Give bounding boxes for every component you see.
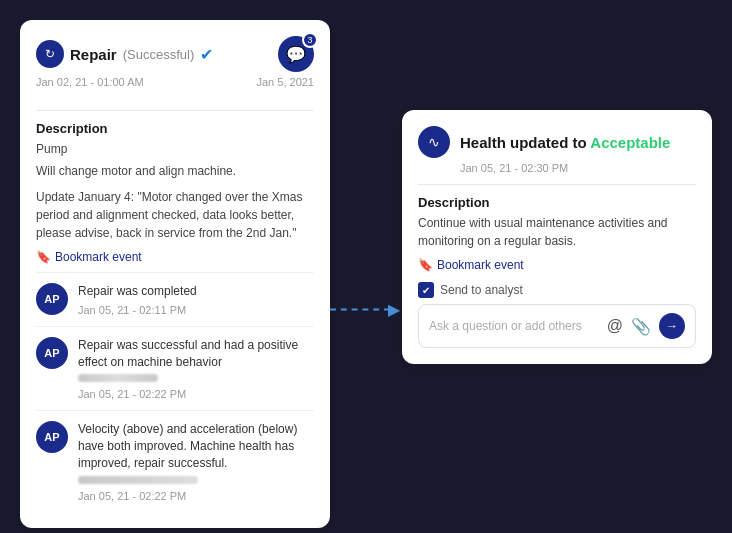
timeline-entry-1: AP Repair was completed Jan 05, 21 - 02:… [36,272,314,326]
avatar-3: AP [36,421,68,453]
main-container: ↻ Repair (Successful) ✔ 💬 3 Jan 02, 21 -… [0,0,732,533]
entry-date-1: Jan 05, 21 - 02:11 PM [78,304,314,316]
right-description-text: Continue with usual maintenance activiti… [418,214,696,250]
avatar-2: AP [36,337,68,369]
right-divider [418,184,696,185]
entry-content-3: Velocity (above) and acceleration (below… [78,421,314,501]
right-bookmark-link[interactable]: 🔖 Bookmark event [418,258,696,272]
entry-content-1: Repair was completed Jan 05, 21 - 02:11 … [78,283,314,316]
health-icon: ∿ [418,126,450,158]
description-line2: Will change motor and align machine. [36,162,314,180]
right-card-header: ∿ Health updated to Acceptable [418,126,696,158]
right-description-label: Description [418,195,696,210]
bookmark-link[interactable]: 🔖 Bookmark event [36,250,314,264]
acceptable-status: Acceptable [590,134,670,151]
entry-content-2: Repair was successful and had a positive… [78,337,314,401]
attach-icon[interactable]: 📎 [631,317,651,336]
arrow-connector: ▶ [330,300,400,319]
bookmark-icon: 🔖 [36,250,51,264]
send-checkbox-row[interactable]: ✔ Send to analyst [418,282,696,298]
chat-badge-wrapper[interactable]: 💬 3 [278,36,314,72]
right-title: Health updated to Acceptable [460,134,670,151]
question-placeholder: Ask a question or add others [429,319,607,333]
blur-bar-2 [78,374,158,382]
right-card: ∿ Health updated to Acceptable Jan 05, 2… [402,110,712,364]
send-button[interactable]: → [659,313,685,339]
update-text: Update January 4: "Motor changed over th… [36,188,314,242]
check-icon: ✔ [200,45,213,64]
avatar-1: AP [36,283,68,315]
description-line1: Pump [36,140,314,158]
chat-badge: 3 [302,32,318,48]
entry-date-2: Jan 05, 21 - 02:22 PM [78,388,314,400]
arrow-head: ▶ [388,300,400,319]
right-bookmark-label: Bookmark event [437,258,524,272]
entry-text-1: Repair was completed [78,283,314,300]
description-label: Description [36,121,314,136]
divider-top [36,110,314,111]
repair-title: Repair [70,46,117,63]
right-card-date: Jan 05, 21 - 02:30 PM [460,162,696,174]
entry-text-2: Repair was successful and had a positive… [78,337,314,371]
right-bookmark-icon: 🔖 [418,258,433,272]
blur-bar-3 [78,476,198,484]
entry-text-3: Velocity (above) and acceleration (below… [78,421,314,471]
card-title-row: ↻ Repair (Successful) ✔ [36,40,213,68]
question-input-row[interactable]: Ask a question or add others @ 📎 → [418,304,696,348]
repair-icon: ↻ [36,40,64,68]
repair-right-date: Jan 5, 2021 [257,76,315,88]
timeline-entry-2: AP Repair was successful and had a posit… [36,326,314,411]
repair-date: Jan 02, 21 - 01:00 AM [36,76,144,88]
left-card: ↻ Repair (Successful) ✔ 💬 3 Jan 02, 21 -… [20,20,330,528]
dashed-line [330,308,390,310]
timeline-entry-3: AP Velocity (above) and acceleration (be… [36,410,314,511]
send-checkbox[interactable]: ✔ [418,282,434,298]
repair-status: (Successful) [123,47,195,62]
entry-date-3: Jan 05, 21 - 02:22 PM [78,490,314,502]
at-icon[interactable]: @ [607,317,623,335]
health-updated-label: Health updated to [460,134,587,151]
send-label: Send to analyst [440,283,523,297]
bookmark-label: Bookmark event [55,250,142,264]
input-icons: @ 📎 → [607,313,685,339]
card-header: ↻ Repair (Successful) ✔ 💬 3 [36,36,314,72]
